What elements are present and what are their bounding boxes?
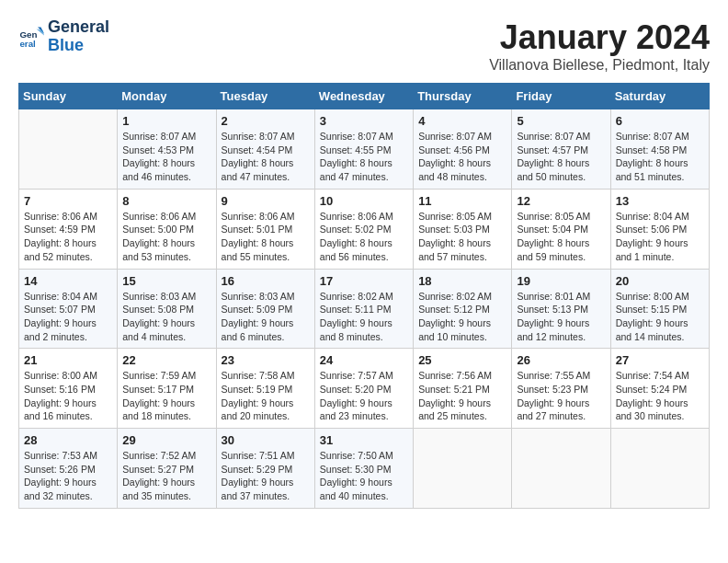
calendar-cell: 7Sunrise: 8:06 AMSunset: 4:59 PMDaylight…	[19, 189, 118, 269]
day-number: 19	[517, 274, 605, 288]
day-number: 2	[222, 114, 310, 128]
calendar-cell: 10Sunrise: 8:06 AMSunset: 5:02 PMDayligh…	[314, 189, 413, 269]
day-number: 8	[122, 194, 210, 208]
calendar-header-row: SundayMondayTuesdayWednesdayThursdayFrid…	[19, 84, 710, 109]
day-info: Sunrise: 8:00 AMSunset: 5:15 PMDaylight:…	[616, 290, 704, 344]
day-number: 12	[517, 194, 605, 208]
day-number: 27	[616, 353, 704, 367]
day-number: 5	[517, 114, 605, 128]
day-number: 16	[222, 274, 310, 288]
day-info: Sunrise: 8:02 AMSunset: 5:12 PMDaylight:…	[418, 290, 506, 344]
day-info: Sunrise: 7:53 AMSunset: 5:26 PMDaylight:…	[24, 449, 112, 503]
calendar-table: SundayMondayTuesdayWednesdayThursdayFrid…	[18, 83, 710, 509]
day-info: Sunrise: 8:05 AMSunset: 5:03 PMDaylight:…	[418, 210, 506, 264]
calendar-cell: 2Sunrise: 8:07 AMSunset: 4:54 PMDaylight…	[216, 109, 314, 190]
month-title: January 2024	[489, 18, 710, 57]
title-block: January 2024 Villanova Biellese, Piedmon…	[489, 18, 710, 74]
day-info: Sunrise: 8:06 AMSunset: 5:01 PMDaylight:…	[222, 210, 310, 264]
day-info: Sunrise: 7:59 AMSunset: 5:17 PMDaylight:…	[122, 369, 210, 423]
calendar-week-1: 7Sunrise: 8:06 AMSunset: 4:59 PMDaylight…	[19, 189, 710, 269]
calendar-cell	[414, 429, 512, 509]
calendar-cell: 24Sunrise: 7:57 AMSunset: 5:20 PMDayligh…	[314, 349, 413, 429]
calendar-cell: 3Sunrise: 8:07 AMSunset: 4:55 PMDaylight…	[314, 109, 413, 190]
calendar-cell: 20Sunrise: 8:00 AMSunset: 5:15 PMDayligh…	[610, 269, 709, 349]
day-number: 20	[616, 274, 704, 288]
day-number: 23	[222, 353, 310, 367]
day-number: 9	[222, 194, 310, 208]
header-wednesday: Wednesday	[314, 84, 413, 109]
calendar-cell: 21Sunrise: 8:00 AMSunset: 5:16 PMDayligh…	[19, 349, 118, 429]
header-sunday: Sunday	[19, 84, 118, 109]
day-info: Sunrise: 8:04 AMSunset: 5:07 PMDaylight:…	[24, 290, 112, 344]
logo-icon: Gen eral	[18, 24, 44, 50]
day-number: 6	[616, 114, 704, 128]
day-number: 25	[418, 353, 506, 367]
calendar-week-3: 21Sunrise: 8:00 AMSunset: 5:16 PMDayligh…	[19, 349, 710, 429]
day-number: 1	[122, 114, 210, 128]
day-number: 13	[616, 194, 704, 208]
day-info: Sunrise: 7:54 AMSunset: 5:24 PMDaylight:…	[616, 369, 704, 423]
day-number: 24	[320, 353, 408, 367]
day-info: Sunrise: 8:02 AMSunset: 5:11 PMDaylight:…	[320, 290, 408, 344]
calendar-cell: 25Sunrise: 7:56 AMSunset: 5:21 PMDayligh…	[414, 349, 512, 429]
day-info: Sunrise: 8:06 AMSunset: 5:00 PMDaylight:…	[122, 210, 210, 264]
calendar-cell: 5Sunrise: 8:07 AMSunset: 4:57 PMDaylight…	[512, 109, 610, 190]
calendar-cell: 23Sunrise: 7:58 AMSunset: 5:19 PMDayligh…	[216, 349, 314, 429]
day-number: 3	[320, 114, 408, 128]
calendar-cell: 12Sunrise: 8:05 AMSunset: 5:04 PMDayligh…	[512, 189, 610, 269]
calendar-cell: 31Sunrise: 7:50 AMSunset: 5:30 PMDayligh…	[314, 429, 413, 509]
calendar-week-0: 1Sunrise: 8:07 AMSunset: 4:53 PMDaylight…	[19, 109, 710, 190]
calendar-week-2: 14Sunrise: 8:04 AMSunset: 5:07 PMDayligh…	[19, 269, 710, 349]
header-thursday: Thursday	[414, 84, 512, 109]
header-saturday: Saturday	[610, 84, 709, 109]
calendar-cell: 6Sunrise: 8:07 AMSunset: 4:58 PMDaylight…	[610, 109, 709, 190]
calendar-cell: 14Sunrise: 8:04 AMSunset: 5:07 PMDayligh…	[19, 269, 118, 349]
day-number: 29	[122, 433, 210, 447]
day-number: 31	[320, 433, 408, 447]
day-info: Sunrise: 7:50 AMSunset: 5:30 PMDaylight:…	[320, 449, 408, 503]
day-number: 7	[24, 194, 112, 208]
calendar-cell: 29Sunrise: 7:52 AMSunset: 5:27 PMDayligh…	[118, 429, 216, 509]
calendar-cell: 1Sunrise: 8:07 AMSunset: 4:53 PMDaylight…	[118, 109, 216, 190]
location-subtitle: Villanova Biellese, Piedmont, Italy	[489, 57, 710, 74]
day-number: 15	[122, 274, 210, 288]
day-number: 10	[320, 194, 408, 208]
day-number: 4	[418, 114, 506, 128]
calendar-week-4: 28Sunrise: 7:53 AMSunset: 5:26 PMDayligh…	[19, 429, 710, 509]
day-number: 30	[222, 433, 310, 447]
calendar-cell: 22Sunrise: 7:59 AMSunset: 5:17 PMDayligh…	[118, 349, 216, 429]
day-info: Sunrise: 8:03 AMSunset: 5:09 PMDaylight:…	[222, 290, 310, 344]
day-number: 21	[24, 353, 112, 367]
day-info: Sunrise: 8:03 AMSunset: 5:08 PMDaylight:…	[122, 290, 210, 344]
day-info: Sunrise: 8:07 AMSunset: 4:57 PMDaylight:…	[517, 130, 605, 184]
calendar-cell: 15Sunrise: 8:03 AMSunset: 5:08 PMDayligh…	[118, 269, 216, 349]
svg-marker-3	[37, 29, 44, 35]
day-info: Sunrise: 8:07 AMSunset: 4:54 PMDaylight:…	[222, 130, 310, 184]
logo-text-general: General	[48, 18, 109, 37]
day-info: Sunrise: 7:51 AMSunset: 5:29 PMDaylight:…	[222, 449, 310, 503]
calendar-cell: 4Sunrise: 8:07 AMSunset: 4:56 PMDaylight…	[414, 109, 512, 190]
calendar-cell: 30Sunrise: 7:51 AMSunset: 5:29 PMDayligh…	[216, 429, 314, 509]
day-info: Sunrise: 8:00 AMSunset: 5:16 PMDaylight:…	[24, 369, 112, 423]
day-info: Sunrise: 8:04 AMSunset: 5:06 PMDaylight:…	[616, 210, 704, 264]
day-info: Sunrise: 8:05 AMSunset: 5:04 PMDaylight:…	[517, 210, 605, 264]
svg-text:eral: eral	[19, 39, 36, 49]
day-number: 18	[418, 274, 506, 288]
logo: Gen eral General Blue	[18, 18, 109, 55]
calendar-cell: 16Sunrise: 8:03 AMSunset: 5:09 PMDayligh…	[216, 269, 314, 349]
calendar-cell: 26Sunrise: 7:55 AMSunset: 5:23 PMDayligh…	[512, 349, 610, 429]
day-info: Sunrise: 8:01 AMSunset: 5:13 PMDaylight:…	[517, 290, 605, 344]
day-number: 14	[24, 274, 112, 288]
day-info: Sunrise: 7:56 AMSunset: 5:21 PMDaylight:…	[418, 369, 506, 423]
day-info: Sunrise: 8:07 AMSunset: 4:56 PMDaylight:…	[418, 130, 506, 184]
calendar-cell: 27Sunrise: 7:54 AMSunset: 5:24 PMDayligh…	[610, 349, 709, 429]
calendar-cell: 13Sunrise: 8:04 AMSunset: 5:06 PMDayligh…	[610, 189, 709, 269]
day-info: Sunrise: 8:07 AMSunset: 4:55 PMDaylight:…	[320, 130, 408, 184]
header-friday: Friday	[512, 84, 610, 109]
day-info: Sunrise: 8:06 AMSunset: 5:02 PMDaylight:…	[320, 210, 408, 264]
calendar-cell: 17Sunrise: 8:02 AMSunset: 5:11 PMDayligh…	[314, 269, 413, 349]
day-info: Sunrise: 7:58 AMSunset: 5:19 PMDaylight:…	[222, 369, 310, 423]
day-info: Sunrise: 8:07 AMSunset: 4:53 PMDaylight:…	[122, 130, 210, 184]
day-info: Sunrise: 7:55 AMSunset: 5:23 PMDaylight:…	[517, 369, 605, 423]
calendar-cell: 18Sunrise: 8:02 AMSunset: 5:12 PMDayligh…	[414, 269, 512, 349]
